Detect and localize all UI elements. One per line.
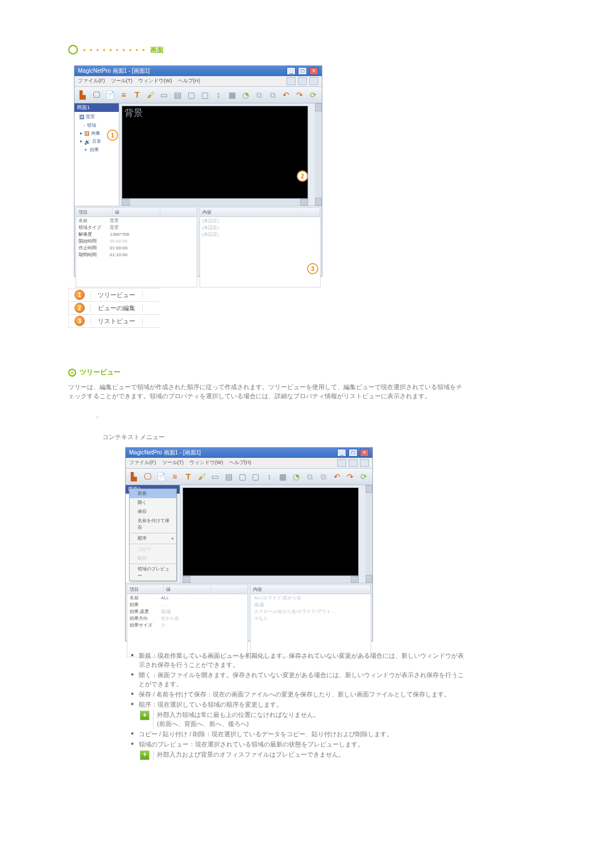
toolbar-redo-icon[interactable]: ↷ [294, 90, 305, 100]
mb-icon[interactable] [349, 459, 358, 467]
toolbar-icon[interactable]: ▦ [278, 471, 288, 482]
scroll-right-icon[interactable] [300, 199, 308, 206]
menu-file[interactable]: ファイル(F) [129, 459, 156, 467]
toolbar-icon[interactable]: 🖵 [92, 90, 102, 100]
toolbar-icon[interactable]: ▢ [200, 90, 210, 100]
context-menu-title: コンテキストメニュー [102, 433, 466, 441]
mb-icon[interactable] [337, 459, 346, 467]
mb-icon[interactable] [287, 77, 296, 85]
list-view-properties[interactable]: 項目 値 名前背景 領域タイプ背景 解像度1366*768 開始時間00:00:… [76, 207, 197, 287]
toolbar-icon[interactable]: 🖌 [146, 90, 156, 100]
maximize-icon[interactable]: □ [298, 67, 307, 75]
toolbar-icon[interactable]: ▭ [159, 90, 169, 100]
menu-file[interactable]: ファイル(F) [78, 77, 105, 85]
toolbar-icon[interactable]: ▭ [210, 471, 221, 482]
menu-help[interactable]: ヘルプ(H) [229, 459, 252, 467]
toolbar-icon[interactable]: ▢ [251, 471, 261, 482]
toolbar-icon[interactable]: ⧉ [268, 90, 278, 100]
menu-tool[interactable]: ツール(T) [162, 459, 184, 467]
list-view-pane: 項目 値 名前ALL 効果… 効果,速度低/速 効果方向左から右 効果サイズ小 … [126, 583, 372, 658]
mb-icon[interactable] [309, 77, 318, 85]
toolbar-icon[interactable]: ◔ [240, 90, 251, 100]
menu-window[interactable]: ウィンドウ(W) [189, 459, 223, 467]
list-row: 開始時間00:00:00 [76, 238, 197, 245]
app-window-context: MagicNetPro 画面1 - [画面1] _ □ × ファイル(F) ツー… [125, 447, 373, 641]
window-buttons: _ □ × [286, 67, 318, 75]
mb-icon[interactable] [360, 459, 369, 467]
col-header: 内容 [200, 208, 321, 216]
scroll-up-icon[interactable] [366, 485, 372, 493]
toolbar-icon[interactable]: ⧉ [254, 90, 264, 100]
toolbar-icon[interactable]: ▢ [186, 90, 197, 100]
toolbar-icon[interactable]: ▙ [78, 90, 88, 100]
tree-view-pane[interactable]: 画面1 新規 開く 保存 名前を付けて保存 順序▸ コピー 貼付 領域のプレビュ… [126, 485, 180, 583]
list-row: 停止時間01:00:00 [76, 245, 197, 252]
toolbar-icon[interactable]: 🖵 [143, 471, 153, 482]
toolbar-icon[interactable]: ↕ [213, 90, 223, 100]
toolbar-redo-icon[interactable]: ↷ [346, 471, 356, 482]
toolbar-text-icon[interactable]: T [183, 471, 193, 482]
toolbar-icon[interactable]: ▤ [173, 90, 183, 100]
h-scrollbar[interactable] [122, 199, 308, 206]
minimize-icon[interactable]: _ [287, 67, 296, 75]
toolbar-icon[interactable]: ⧉ [318, 471, 329, 482]
bullet-order: 順序：現在選択している領域の順序を変更します。 + 外部入力領域は常に最も上の位… [131, 700, 466, 729]
toolbar-icon[interactable]: ▤ [223, 471, 234, 482]
note-text: 外部入力および背景のオフィスファイルはプレビューできません。 [157, 750, 345, 760]
toolbar-icon[interactable]: ⧉ [305, 471, 315, 482]
window-title: MagicNetPro 画面1 - [画面1] [78, 67, 150, 75]
toolbar-icon[interactable]: ▦ [227, 90, 237, 100]
v-scrollbar[interactable] [315, 103, 322, 206]
ctx-order[interactable]: 順序▸ [130, 534, 176, 543]
v-scrollbar[interactable] [366, 485, 372, 583]
list-view-content[interactable]: 内容 (未設定) (未設定) (未設定) [200, 207, 321, 287]
minimize-icon[interactable]: _ [337, 449, 346, 457]
ctx-open[interactable]: 開く [130, 498, 176, 507]
edit-canvas[interactable] [182, 487, 359, 576]
edit-canvas[interactable]: 背景 [122, 106, 308, 199]
ctx-preview[interactable]: 領域のプレビュー [130, 565, 176, 581]
toolbar-refresh-icon[interactable]: ⟳ [308, 90, 318, 100]
col-header: 内容 [251, 585, 371, 594]
col-header: 値 [164, 585, 211, 594]
toolbar-icon[interactable]: ◔ [291, 471, 301, 482]
toolbar-icon[interactable]: ▙ [129, 471, 139, 482]
toolbar-icon[interactable]: 📄 [105, 90, 115, 100]
toolbar-icon[interactable]: ↕ [264, 471, 275, 482]
tree-view-pane[interactable]: 画面1 🖼背景 ▫領域 ▸🖼画像 ▸🔊音楽 ✦効果 [74, 103, 119, 206]
scroll-right-icon[interactable] [351, 576, 359, 583]
ctx-new[interactable]: 新規 [130, 489, 176, 498]
tree-item[interactable]: ✦効果 [79, 146, 117, 154]
scroll-up-icon[interactable] [315, 103, 322, 111]
list-view-content[interactable]: 内容 ALL/スライド/左から右 低/速 スクロール/左から右/スライド/アウト… [250, 585, 371, 657]
list-view-pane: 項目 値 名前背景 領域タイプ背景 解像度1366*768 開始時間00:00:… [74, 206, 322, 289]
toolbar-undo-icon[interactable]: ↶ [281, 90, 291, 100]
ctx-save[interactable]: 保存 [130, 507, 176, 516]
scroll-down-icon[interactable] [315, 198, 322, 206]
ctx-save-as[interactable]: 名前を付けて保存 [130, 516, 176, 532]
toolbar-refresh-icon[interactable]: ⟳ [359, 471, 369, 482]
toolbar-icon[interactable]: ≡ [169, 471, 180, 482]
close-icon[interactable]: × [309, 67, 318, 75]
tree-item[interactable]: ▫領域 [79, 122, 117, 130]
tree-item[interactable]: 🖼背景 [79, 113, 117, 121]
scroll-down-icon[interactable] [366, 575, 372, 583]
toolbar-text-icon[interactable]: T [132, 90, 142, 100]
scroll-left-icon[interactable] [122, 199, 130, 206]
scroll-left-icon[interactable] [182, 576, 190, 583]
h-scrollbar[interactable] [182, 576, 359, 583]
mb-icon[interactable] [298, 77, 307, 85]
toolbar-icon[interactable]: ≡ [118, 90, 128, 100]
chevron-right-icon: ▸ [172, 535, 174, 542]
menu-tool[interactable]: ツール(T) [111, 77, 133, 85]
close-icon[interactable]: × [360, 449, 369, 457]
menu-window[interactable]: ウィンドウ(W) [138, 77, 172, 85]
toolbar-icon[interactable]: 🖌 [197, 471, 207, 482]
toolbar-undo-icon[interactable]: ↶ [332, 471, 342, 482]
toolbar-icon[interactable]: ▢ [237, 471, 247, 482]
list-view-properties[interactable]: 項目 値 名前ALL 効果… 効果,速度低/速 効果方向左から右 効果サイズ小 [127, 585, 248, 657]
menu-help[interactable]: ヘルプ(H) [178, 77, 201, 85]
toolbar-icon[interactable]: 📄 [156, 471, 167, 482]
maximize-icon[interactable]: □ [349, 449, 358, 457]
window-title: MagicNetPro 画面1 - [画面1] [129, 449, 201, 457]
